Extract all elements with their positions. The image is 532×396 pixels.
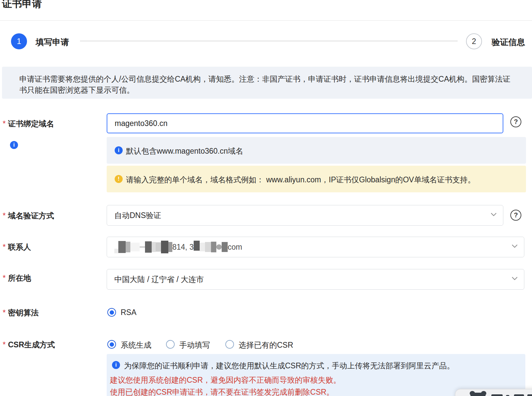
browser-extension-widget[interactable] — [455, 389, 532, 396]
contact-select[interactable]: 814, 3com — [107, 237, 524, 257]
domain-help-icon[interactable]: ? — [510, 116, 521, 127]
dns-method-select[interactable]: 自动DNS验证 — [107, 205, 503, 226]
step-2-label: 验证信息 — [492, 37, 525, 48]
region-field-label: *所在地 — [3, 273, 31, 283]
required-marker: * — [3, 211, 6, 220]
rsa-radio[interactable] — [107, 308, 116, 317]
domain-note-text: 默认包含www.magento360.cn域名 — [126, 146, 243, 156]
dns-method-selected-value: 自动DNS验证 — [114, 210, 161, 221]
csr-existing-radio[interactable] — [225, 340, 234, 349]
domain-warning-box: ! 请输入完整的单个域名，域名格式例如： www.aliyun.com，IP证书… — [107, 166, 526, 192]
header-divider — [0, 20, 532, 21]
redacted-contact-value: 814, 3com — [114, 241, 242, 253]
step-2-indicator: 2 — [466, 33, 482, 49]
required-marker: * — [3, 119, 6, 128]
csr-existing-radio-label[interactable]: 选择已有的CSR — [239, 340, 293, 350]
csr-system-radio[interactable] — [107, 340, 116, 349]
info-icon: i — [115, 146, 123, 154]
rsa-radio-label[interactable]: RSA — [121, 308, 136, 317]
dns-method-field-label: *域名验证方式 — [3, 211, 54, 221]
algorithm-field-label: *密钥算法 — [3, 308, 39, 318]
chevron-down-icon — [511, 274, 519, 284]
widget-glyph — [491, 394, 503, 396]
region-select[interactable]: 中国大陆 / 辽宁省 / 大连市 — [107, 269, 524, 290]
csr-note-text: 为保障您的证书顺利申请，建议您使用默认生成CSR的方式，手动上传将无法部署到阿里… — [124, 361, 455, 371]
dns-method-help-icon[interactable]: ? — [510, 210, 521, 221]
csr-method-field-label: *CSR生成方式 — [3, 340, 55, 350]
page-title: 证书申请 — [2, 0, 42, 11]
required-marker: * — [3, 274, 6, 282]
domain-field-label: *证书绑定域名 — [3, 119, 54, 129]
stepper-connector-line — [80, 41, 458, 41]
domain-input[interactable] — [107, 113, 503, 133]
step-1-label: 填写申请 — [36, 37, 69, 48]
csr-manual-radio[interactable] — [166, 340, 175, 349]
required-marker: * — [3, 243, 6, 251]
csr-manual-radio-label[interactable]: 手动填写 — [179, 340, 210, 350]
region-selected-value: 中国大陆 / 辽宁省 / 大连市 — [114, 274, 204, 285]
domain-warning-text: 请输入完整的单个域名，域名格式例如： www.aliyun.com，IP证书仅G… — [126, 175, 475, 185]
warning-icon: ! — [115, 175, 123, 183]
csr-warning-line1: 建议您使用系统创建的CSR，避免因内容不正确而导致的审核失败。 — [110, 375, 341, 385]
widget-glyph — [514, 394, 524, 396]
bear-icon — [470, 393, 486, 396]
domain-note-box: i 默认包含www.magento360.cn域名 — [107, 137, 526, 164]
contact-field-label: *联系人 — [3, 242, 31, 252]
notice-banner-text-line1: 申请证书需要将您提供的个人/公司信息提交给CA机构，请知悉。注意：非国产证书，申… — [19, 74, 510, 84]
csr-system-radio-label[interactable]: 系统生成 — [121, 340, 151, 350]
required-marker: * — [3, 340, 6, 349]
step-1-indicator: 1 — [11, 33, 27, 49]
info-icon: i — [112, 361, 120, 369]
info-icon: i — [10, 141, 18, 149]
contact-visible-fragment: 814, 3 — [172, 243, 194, 252]
contact-visible-fragment: com — [228, 243, 242, 252]
widget-glyph — [527, 394, 532, 396]
csr-warning-line2: 使用已创建的CSR申请证书，请不要在证书签发完成前删除CSR。 — [110, 387, 334, 396]
notice-banner-text-line2: 书只能在国密浏览器下显示可信。 — [19, 85, 134, 95]
required-marker: * — [3, 308, 6, 317]
chevron-down-icon — [511, 242, 519, 252]
chevron-down-icon — [490, 210, 498, 220]
